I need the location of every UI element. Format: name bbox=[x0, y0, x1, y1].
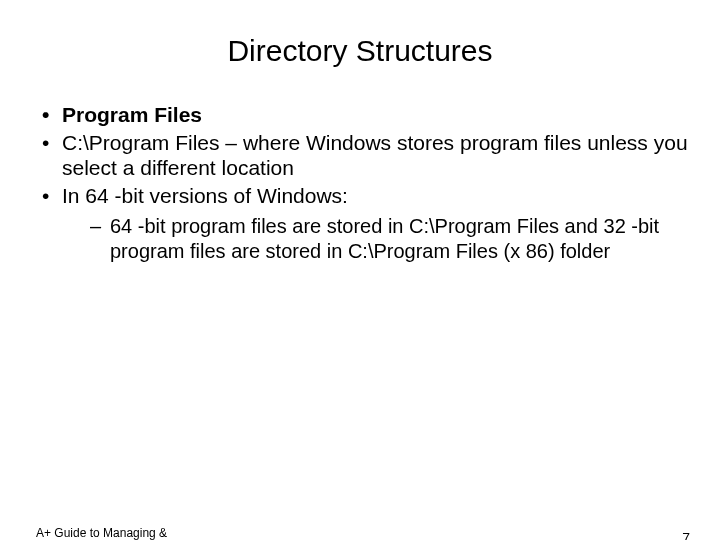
bullet-text: C:\Program Files – where Windows stores … bbox=[62, 131, 688, 180]
slide: Directory Structures Program Files C:\Pr… bbox=[0, 34, 720, 540]
bullet-item: C:\Program Files – where Windows stores … bbox=[36, 130, 690, 181]
bullet-text: Program Files bbox=[62, 103, 202, 126]
bullet-list: Program Files C:\Program Files – where W… bbox=[36, 102, 690, 263]
footer-left: A+ Guide to Managing & Maintaining Your … bbox=[36, 526, 216, 540]
bullet-item: Program Files bbox=[36, 102, 690, 128]
slide-content: Program Files C:\Program Files – where W… bbox=[36, 102, 690, 263]
sub-bullet-text: 64 -bit program files are stored in C:\P… bbox=[110, 215, 659, 261]
bullet-text: In 64 -bit versions of Windows: bbox=[62, 184, 348, 207]
sub-bullet-item: 64 -bit program files are stored in C:\P… bbox=[88, 214, 690, 263]
page-number: 7 bbox=[682, 530, 690, 540]
footer: A+ Guide to Managing & Maintaining Your … bbox=[36, 526, 690, 540]
slide-title: Directory Structures bbox=[0, 34, 720, 68]
sub-bullet-list: 64 -bit program files are stored in C:\P… bbox=[88, 214, 690, 263]
bullet-item: In 64 -bit versions of Windows: 64 -bit … bbox=[36, 183, 690, 263]
